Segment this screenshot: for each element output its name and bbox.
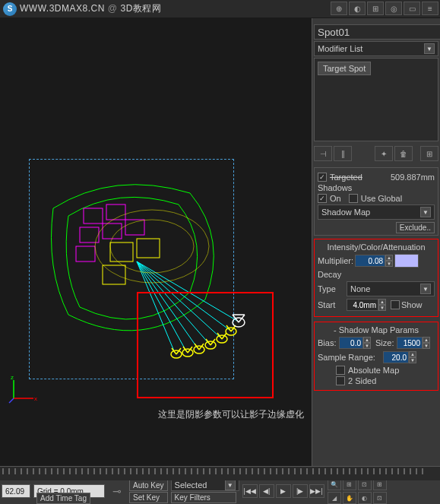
annotation-box xyxy=(137,292,274,398)
svg-point-17 xyxy=(95,210,209,283)
pin-stack-icon[interactable]: ⊣ xyxy=(314,146,332,161)
tool-motion-icon[interactable]: ◎ xyxy=(385,2,402,15)
decay-start-label: Start xyxy=(318,300,345,309)
configure-sets-icon[interactable]: ⊞ xyxy=(420,146,438,161)
perspective-viewport[interactable]: zx 这里是阴影参数可以让影子边缘虚化 xyxy=(0,18,312,467)
two-sided-checkbox[interactable] xyxy=(336,376,345,385)
shadowmap-highlight: - Shadow Map Params Bias: ▲▼ Size: ▲▼ Sa… xyxy=(314,322,438,391)
fov-icon[interactable]: ◢ xyxy=(328,492,341,504)
svg-rect-7 xyxy=(137,239,160,258)
size-label: Size: xyxy=(375,338,395,347)
spin-up-icon[interactable]: ▲ xyxy=(363,337,371,343)
svg-rect-6 xyxy=(110,242,133,262)
spin-down-icon[interactable]: ▼ xyxy=(409,357,416,363)
annotation-caption: 这里是阴影参数可以让影子边缘虚化 xyxy=(158,408,304,421)
spin-down-icon[interactable]: ▼ xyxy=(385,261,393,267)
decay-show-checkbox[interactable] xyxy=(391,300,400,309)
chevron-down-icon: ▼ xyxy=(424,43,435,54)
svg-line-22 xyxy=(9,398,14,403)
shadows-on-checkbox[interactable]: ✓ xyxy=(318,194,327,203)
decay-type-label: Type xyxy=(318,284,345,293)
chevron-down-icon: ▼ xyxy=(420,284,431,294)
timeline-slider[interactable]: for(let i=0;i<70;i++)document.write('<sp… xyxy=(0,467,440,480)
absolute-map-label: Absolute Map xyxy=(348,366,399,375)
modifier-stack[interactable]: Target Spot xyxy=(314,58,438,141)
site-url: WWW.3DMAX8.CN@3D教程网 xyxy=(20,2,161,15)
key-filters-button[interactable]: Key Filters xyxy=(171,492,236,503)
multiplier-label: Multiplier: xyxy=(318,256,353,265)
key-mode-dropdown[interactable]: Selected▼ xyxy=(171,479,239,491)
prev-frame-icon[interactable]: ◀| xyxy=(259,484,274,498)
frame-input[interactable] xyxy=(2,484,30,498)
top-toolbar: ⊕ ◐ ⊞ ◎ ▭ ≡ xyxy=(329,0,440,17)
chevron-down-icon: ▼ xyxy=(420,207,431,217)
multiplier-input[interactable] xyxy=(355,255,385,267)
use-global-checkbox[interactable] xyxy=(349,194,358,203)
svg-rect-1 xyxy=(106,204,125,220)
tool-zoom-icon[interactable]: ⊕ xyxy=(331,2,347,15)
show-label: Show xyxy=(401,300,423,309)
stack-item[interactable]: Target Spot xyxy=(318,62,371,75)
shadowmap-title: - Shadow Map Params xyxy=(318,325,435,334)
decay-start-input[interactable] xyxy=(347,299,378,311)
on-label: On xyxy=(330,194,341,203)
spin-down-icon[interactable]: ▼ xyxy=(363,343,371,349)
spin-up-icon[interactable]: ▲ xyxy=(409,351,416,357)
spin-up-icon[interactable]: ▲ xyxy=(378,299,386,305)
next-frame-icon[interactable]: |▶ xyxy=(293,484,308,498)
general-params-rollout: ✓ Targeted 509.887mm Shadows ✓ On Use Gl… xyxy=(314,167,438,236)
sample-range-label: Sample Range: xyxy=(318,353,381,362)
set-key-button[interactable]: Set Key xyxy=(129,492,168,503)
chevron-down-icon: ▼ xyxy=(225,480,236,490)
app-header: S WWW.3DMAX8.CN@3D教程网 ⊕ ◐ ⊞ ◎ ▭ ≡ xyxy=(0,0,440,18)
bottom-bar: for(let i=0;i<70;i++)document.write('<sp… xyxy=(0,466,440,504)
bias-input[interactable] xyxy=(339,337,363,349)
show-result-icon[interactable]: ‖ xyxy=(334,146,352,161)
decay-label: Decay xyxy=(318,270,435,279)
spin-down-icon[interactable]: ▼ xyxy=(378,305,386,311)
logo-icon: S xyxy=(3,2,17,16)
svg-rect-0 xyxy=(84,208,103,223)
play-icon[interactable]: ▶ xyxy=(276,484,291,498)
axis-gizmo-icon: zx xyxy=(8,374,38,406)
spin-down-icon[interactable]: ▼ xyxy=(423,343,430,349)
tool-arc-icon[interactable]: ◐ xyxy=(349,2,366,15)
tool-utilities-icon[interactable]: ≡ xyxy=(422,2,438,15)
bias-label: Bias: xyxy=(318,338,337,347)
shadow-type-dropdown[interactable]: Shadow Map ▼ xyxy=(318,204,435,220)
intensity-highlight: Intensity/Color/Attenuation Multiplier: … xyxy=(314,239,438,317)
add-time-tag-button[interactable]: Add Time Tag xyxy=(36,493,90,504)
key-icon: ⊸ xyxy=(108,483,126,499)
sample-range-input[interactable] xyxy=(383,351,409,363)
svg-text:x: x xyxy=(34,395,37,402)
light-color-swatch[interactable] xyxy=(394,254,419,268)
spin-up-icon[interactable]: ▲ xyxy=(385,255,393,261)
make-unique-icon[interactable]: ✦ xyxy=(375,146,393,161)
arc-rotate-icon[interactable]: ◐ xyxy=(358,492,372,504)
tool-display-icon[interactable]: ▭ xyxy=(404,2,420,15)
modify-panel: Modifier List ▼ Target Spot ⊣ ‖ ✦ 🗑 ⊞ ✓ … xyxy=(312,18,440,467)
use-global-label: Use Global xyxy=(361,194,402,203)
svg-rect-5 xyxy=(76,246,95,262)
object-name-input[interactable] xyxy=(314,24,440,40)
targeted-checkbox[interactable]: ✓ xyxy=(318,173,327,182)
maximize-viewport-icon[interactable]: ⊡ xyxy=(373,492,387,504)
goto-start-icon[interactable]: |◀◀ xyxy=(242,484,258,498)
intensity-title: Intensity/Color/Attenuation xyxy=(318,242,435,252)
remove-modifier-icon[interactable]: 🗑 xyxy=(394,146,413,161)
pan-icon[interactable]: ✋ xyxy=(343,492,356,504)
target-distance-value: 509.887mm xyxy=(391,173,435,182)
svg-text:z: z xyxy=(11,374,14,381)
spin-up-icon[interactable]: ▲ xyxy=(423,337,430,343)
exclude-button[interactable]: Exclude.. xyxy=(396,222,435,233)
decay-type-dropdown[interactable]: None ▼ xyxy=(347,281,435,296)
auto-key-button[interactable]: Auto Key xyxy=(129,480,168,491)
size-input[interactable] xyxy=(397,337,423,349)
shadows-title: Shadows xyxy=(318,183,435,192)
targeted-label: Targeted xyxy=(330,173,362,182)
absolute-map-checkbox[interactable] xyxy=(336,366,345,375)
modifier-list-dropdown[interactable]: Modifier List ▼ xyxy=(314,41,438,56)
goto-end-icon[interactable]: ▶▶| xyxy=(309,484,324,498)
svg-rect-3 xyxy=(103,223,122,239)
tool-hierarchy-icon[interactable]: ⊞ xyxy=(367,2,384,15)
